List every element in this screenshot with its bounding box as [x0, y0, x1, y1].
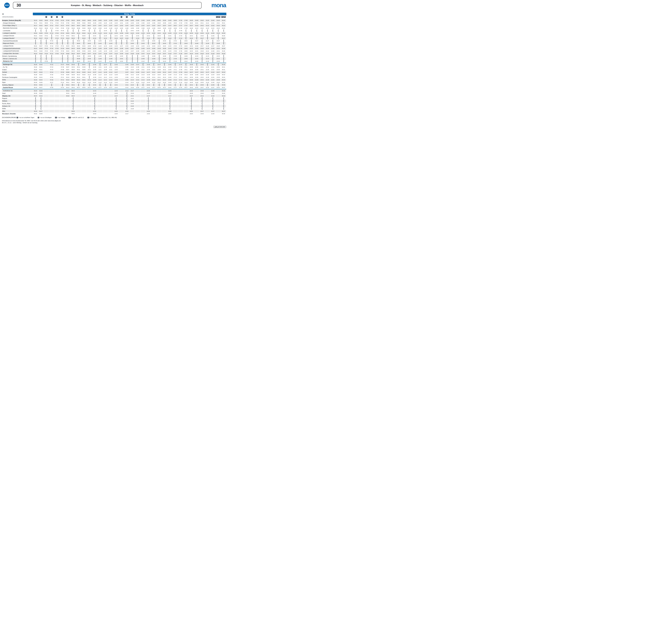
time-cell: 13.15 [124, 110, 130, 112]
time-cell: 22.38 [210, 89, 216, 92]
table-row: Köhlis05.2906.3407.2607.4108.1008.3909.1… [2, 79, 226, 81]
time-cell: 19.35 [194, 60, 199, 63]
time-cell: 13.05 [124, 63, 130, 66]
legend-text: = nur freitags [58, 117, 65, 118]
time-cell [183, 92, 189, 95]
stop-name: - Werner-v.-Siemens-Str. [2, 58, 33, 60]
time-cell: 13.03 [129, 32, 135, 34]
verkehrshinweis-label: VERKEHRSHINWEIS [2, 16, 33, 18]
trip-note-cell [38, 16, 44, 18]
note-symbol-hs: HS [218, 16, 220, 18]
time-cell [205, 112, 210, 115]
stop-name: Sulzberg, Allgäustr. [2, 84, 33, 86]
time-cell: 05.16 [33, 22, 38, 24]
time-cell: 23.21 [216, 22, 221, 24]
time-cell: 09.42 [81, 81, 87, 84]
time-cell [194, 34, 199, 37]
skip-squiggle-icon [153, 34, 154, 37]
time-cell: 10.08 [87, 55, 92, 58]
time-cell [76, 37, 81, 39]
time-cell: 22.23 [210, 27, 216, 29]
skip-squiggle-icon [148, 58, 149, 60]
time-cell [33, 100, 38, 102]
time-cell: 07.44 [60, 86, 65, 89]
time-cell: 17.41 [178, 79, 183, 81]
time-cell: 10.54 [92, 112, 97, 115]
time-cell: 22.27 [210, 44, 216, 47]
time-cell: 12.12 [108, 71, 113, 73]
time-cell: 22.28 [210, 50, 216, 52]
time-cell [119, 79, 124, 81]
time-cell [113, 105, 119, 107]
skip-squiggle-icon [175, 84, 176, 86]
time-cell: 11.39 [103, 71, 108, 73]
time-cell [60, 58, 65, 60]
time-cell: 05.23 [33, 47, 38, 50]
time-cell: 15.41 [156, 76, 162, 79]
time-cell: 09.35 [81, 50, 87, 52]
time-cell: 13.19 [129, 92, 135, 95]
time-cell [124, 39, 130, 42]
time-cell: 07.57 [65, 24, 71, 27]
time-cell: 17.57 [183, 24, 189, 27]
skip-squiggle-icon [185, 29, 187, 32]
time-cell: 12.17 [108, 86, 113, 89]
time-cell [156, 58, 162, 60]
time-cell: 11.38 [103, 66, 108, 68]
time-cell: 12.02 [108, 39, 113, 42]
table-row: Öschle05.2806.3307.2507.4008.0908.3809.1… [2, 73, 226, 76]
trip-note-cell: S [43, 16, 49, 18]
time-cell [178, 92, 183, 95]
skip-squiggle-icon [191, 60, 192, 63]
time-cell: 20.27 [199, 44, 205, 47]
time-cell: 10.42 [92, 86, 97, 89]
time-cell: 13.07 [124, 71, 130, 73]
time-cell [156, 100, 162, 102]
stop-name: Eigen [2, 81, 33, 84]
skip-squiggle-icon [115, 102, 117, 105]
time-cell [103, 89, 108, 92]
time-cell [162, 63, 167, 66]
time-cell [38, 42, 44, 44]
time-cell: 16.36 [167, 68, 173, 71]
time-cell: 12.56 [129, 22, 135, 24]
time-cell [167, 55, 173, 58]
time-cell: 17.30 [178, 29, 183, 32]
time-cell: 08.42 [71, 86, 76, 89]
table-row: Albis05.4006.4708.5210.5212.5213.1514.52… [2, 110, 226, 112]
skip-squiggle-icon [105, 39, 106, 42]
time-cell [49, 105, 55, 107]
time-cell [43, 68, 49, 71]
skip-squiggle-icon [218, 37, 219, 39]
time-cell [189, 60, 194, 63]
time-cell: 08.10 [65, 76, 71, 79]
stop-name: - Gasthof Rössle [2, 86, 33, 89]
time-cell [210, 60, 216, 63]
skip-squiggle-icon [99, 34, 101, 37]
time-cell: 06.25 [38, 32, 44, 34]
time-cell: 11.27 [103, 24, 108, 27]
time-cell: 17.12 [173, 71, 178, 73]
note-symbol-f: F [17, 117, 18, 118]
time-cell: 15.58 [162, 27, 167, 29]
skip-squiggle-icon [115, 60, 117, 63]
time-cell: 11.41 [103, 79, 108, 81]
time-cell [194, 89, 199, 92]
time-cell: 13.34 [135, 44, 140, 47]
note-symbol-hs: HS [223, 16, 226, 18]
skip-squiggle-icon [207, 34, 208, 37]
time-cell: 07.25 [60, 19, 65, 22]
time-cell: 23.42 [216, 86, 221, 89]
skip-squiggle-icon [169, 29, 171, 32]
time-cell: 10.14 [87, 79, 92, 81]
skip-squiggle-icon [51, 60, 52, 63]
note-symbol-hs: HS [69, 117, 71, 118]
time-cell [178, 60, 183, 63]
time-cell: 14.11 [140, 68, 146, 71]
time-cell: 00.28 [221, 47, 226, 50]
skip-squiggle-icon [201, 39, 203, 42]
time-cell [60, 100, 65, 102]
time-cell [183, 89, 189, 92]
skip-squiggle-icon [94, 58, 95, 60]
time-cell: 07.18 [49, 44, 55, 47]
